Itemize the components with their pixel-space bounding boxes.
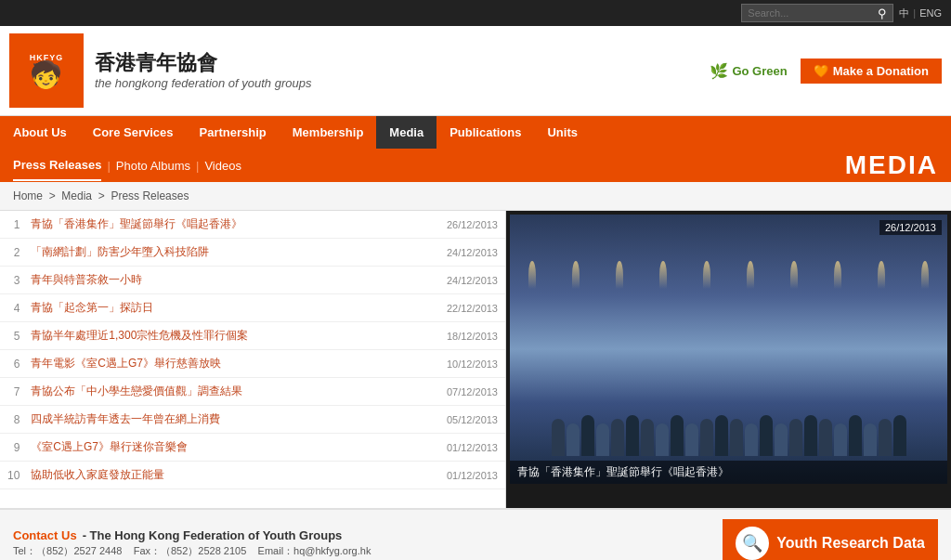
stage-light bbox=[878, 261, 885, 289]
nav-membership[interactable]: Membership bbox=[280, 116, 377, 149]
people-group bbox=[552, 415, 906, 456]
search-button[interactable]: ⚲ bbox=[878, 7, 887, 20]
stage-light bbox=[834, 261, 841, 289]
nav-units[interactable]: Units bbox=[534, 116, 591, 149]
person bbox=[789, 419, 802, 456]
stage-light bbox=[747, 261, 754, 289]
contact-org: - The Hong Kong Federation of Youth Grou… bbox=[83, 528, 343, 542]
press-release-num: 9 bbox=[0, 434, 23, 462]
lang-en[interactable]: ENG bbox=[919, 7, 942, 19]
contact-us-label[interactable]: Contact Us bbox=[13, 528, 77, 542]
press-release-date: 10/12/2013 bbox=[431, 350, 505, 378]
press-release-row[interactable]: 5 青協半年處理近1,300宗性危機及性罪行個案 18/12/2013 bbox=[0, 322, 505, 350]
sub-nav-press-releases[interactable]: Press Releases bbox=[13, 150, 101, 181]
contact-detail: Tel：（852）2527 2448 Fax：（852）2528 2105 Em… bbox=[13, 544, 371, 558]
stage-lights bbox=[510, 233, 947, 289]
press-release-row[interactable]: 11 「香港集作」舉行頒獎禮 30/11/2013 bbox=[0, 489, 505, 490]
sub-header: Press Releases | Photo Albums | Videos M… bbox=[0, 149, 951, 182]
press-release-num: 8 bbox=[0, 406, 23, 434]
press-release-date: 07/12/2013 bbox=[431, 378, 505, 406]
press-release-row[interactable]: 7 青協公布「中小學生戀愛價值觀」調查結果 07/12/2013 bbox=[0, 378, 505, 406]
main-nav: About Us Core Services Partnership Membe… bbox=[0, 116, 951, 149]
search-box[interactable]: ⚲ bbox=[741, 4, 893, 22]
feature-image: 26/12/2013 青協「香港集作」聖誕節舉行《唱起香港》 bbox=[510, 215, 947, 484]
press-release-num: 11 bbox=[0, 489, 23, 490]
person bbox=[685, 423, 698, 456]
logo-figure: 🧒 bbox=[30, 62, 63, 88]
press-release-row[interactable]: 4 青協「起念第一」探訪日 22/12/2013 bbox=[0, 294, 505, 322]
breadcrumb-media[interactable]: Media bbox=[61, 189, 92, 202]
go-green-label: Go Green bbox=[732, 64, 787, 78]
press-release-num: 10 bbox=[0, 462, 23, 489]
press-release-title[interactable]: 「香港集作」舉行頒獎禮 bbox=[23, 489, 431, 490]
press-release-title[interactable]: 青協公布「中小學生戀愛價值觀」調查結果 bbox=[23, 378, 431, 406]
leaf-icon: 🌿 bbox=[710, 62, 728, 80]
youth-research-label: Youth Research Data bbox=[776, 535, 925, 552]
contact-info: Contact Us - The Hong Kong Federation of… bbox=[13, 528, 371, 558]
stage-light bbox=[528, 261, 536, 289]
header-right: 🌿 Go Green 🧡 Make a Donation bbox=[710, 59, 942, 84]
header: HKFYG 🧒 香港青年協會 the hongkong federation o… bbox=[0, 26, 951, 116]
press-release-row[interactable]: 1 青協「香港集作」聖誕節舉行《唱起香港》 26/12/2013 bbox=[0, 211, 505, 239]
press-release-title[interactable]: 青協半年處理近1,300宗性危機及性罪行個案 bbox=[23, 322, 431, 350]
press-release-row[interactable]: 10 協助低收入家庭發放正能量 01/12/2013 bbox=[0, 462, 505, 489]
contact-email: Email：hq@hkfyg.org.hk bbox=[258, 545, 371, 556]
breadcrumb-home[interactable]: Home bbox=[13, 189, 43, 202]
image-date: 26/12/2013 bbox=[879, 220, 942, 235]
press-release-table: 1 青協「香港集作」聖誕節舉行《唱起香港》 26/12/2013 2 「南網計劃… bbox=[0, 211, 505, 489]
person bbox=[671, 415, 684, 456]
go-green-link[interactable]: 🌿 Go Green bbox=[710, 62, 787, 80]
person bbox=[819, 419, 832, 456]
sub-nav-videos[interactable]: Videos bbox=[204, 151, 241, 180]
press-release-title[interactable]: 青協「香港集作」聖誕節舉行《唱起香港》 bbox=[23, 211, 431, 239]
person bbox=[611, 419, 624, 456]
list-scroll[interactable]: 1 青協「香港集作」聖誕節舉行《唱起香港》 26/12/2013 2 「南網計劃… bbox=[0, 211, 505, 489]
donation-button[interactable]: 🧡 Make a Donation bbox=[801, 59, 942, 84]
nav-media[interactable]: Media bbox=[376, 116, 436, 149]
person bbox=[567, 423, 580, 456]
press-release-row[interactable]: 8 四成半統訪青年透去一年曾在網上消費 05/12/2013 bbox=[0, 406, 505, 434]
press-release-row[interactable]: 9 《室C遇上G7》舉行迷你音樂會 01/12/2013 bbox=[0, 434, 505, 462]
search-input[interactable] bbox=[748, 7, 878, 19]
press-release-title[interactable]: 青年電影《室C遇上G7》舉行慈善放映 bbox=[23, 350, 431, 378]
sub-nav: Press Releases | Photo Albums | Videos bbox=[13, 150, 247, 181]
stage-light bbox=[572, 261, 580, 289]
press-release-row[interactable]: 3 青年與特普茶敘一小時 24/12/2013 bbox=[0, 267, 505, 294]
donation-label: Make a Donation bbox=[833, 64, 929, 78]
contact-fax: Fax：（852）2528 2105 bbox=[134, 545, 247, 556]
press-release-date: 22/12/2013 bbox=[431, 294, 505, 322]
person bbox=[864, 423, 877, 456]
press-release-date: 26/12/2013 bbox=[431, 211, 505, 239]
press-release-date: 01/12/2013 bbox=[431, 462, 505, 489]
press-release-title[interactable]: 《室C遇上G7》舉行迷你音樂會 bbox=[23, 434, 431, 462]
press-release-num: 2 bbox=[0, 239, 23, 267]
stage-light bbox=[659, 261, 667, 289]
press-release-title[interactable]: 「南網計劃」防害少年墮入科技陷阱 bbox=[23, 239, 431, 267]
person bbox=[552, 419, 565, 456]
nav-about-us[interactable]: About Us bbox=[0, 116, 80, 149]
press-release-title[interactable]: 青協「起念第一」探訪日 bbox=[23, 294, 431, 322]
press-release-title[interactable]: 四成半統訪青年透去一年曾在網上消費 bbox=[23, 406, 431, 434]
lang-zh[interactable]: 中 bbox=[899, 7, 909, 20]
press-release-date: 18/12/2013 bbox=[431, 322, 505, 350]
top-bar: ⚲ 中 | ENG bbox=[0, 0, 951, 26]
person bbox=[775, 423, 788, 456]
press-release-row[interactable]: 2 「南網計劃」防害少年墮入科技陷阱 24/12/2013 bbox=[0, 239, 505, 267]
press-release-title[interactable]: 青年與特普茶敘一小時 bbox=[23, 267, 431, 294]
press-release-date: 05/12/2013 bbox=[431, 406, 505, 434]
stage-light bbox=[790, 261, 798, 289]
person bbox=[656, 423, 669, 456]
person bbox=[715, 415, 728, 456]
sub-nav-sep-1: | bbox=[107, 159, 110, 173]
featured-image-panel: 26/12/2013 青協「香港集作」聖誕節舉行《唱起香港》 bbox=[506, 211, 951, 508]
press-release-title[interactable]: 協助低收入家庭發放正能量 bbox=[23, 462, 431, 489]
youth-research-button[interactable]: 🔍 Youth Research Data bbox=[723, 519, 938, 560]
nav-publications[interactable]: Publications bbox=[436, 116, 534, 149]
press-release-row[interactable]: 6 青年電影《室C遇上G7》舉行慈善放映 10/12/2013 bbox=[0, 350, 505, 378]
nav-core-services[interactable]: Core Services bbox=[80, 116, 187, 149]
press-release-date: 01/12/2013 bbox=[431, 434, 505, 462]
press-release-num: 5 bbox=[0, 322, 23, 350]
person bbox=[745, 423, 758, 456]
sub-nav-photo-albums[interactable]: Photo Albums bbox=[116, 151, 190, 180]
nav-partnership[interactable]: Partnership bbox=[187, 116, 280, 149]
